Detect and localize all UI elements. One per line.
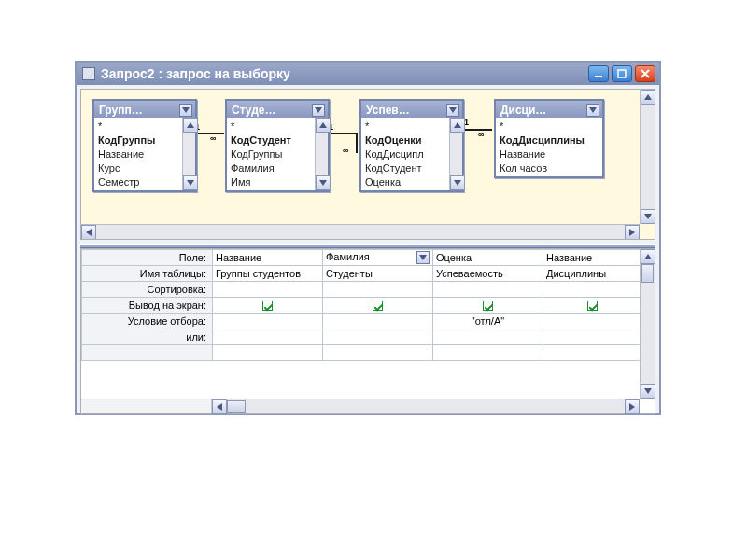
table-header[interactable]: Дисци… (496, 101, 602, 118)
field-item[interactable]: * (98, 119, 182, 133)
grid-cell[interactable] (543, 314, 641, 329)
field-item[interactable]: КодОценки (365, 133, 449, 147)
table-box[interactable]: Успев… * КодОценки КодДисципл КодСтудент… (359, 99, 464, 192)
table-scrollbar[interactable] (449, 118, 462, 190)
field-item[interactable]: КодДисциплины (500, 133, 589, 147)
table-header[interactable]: Студе… (227, 101, 328, 118)
field-item[interactable]: * (365, 119, 449, 133)
relation-many-label: ∞ (343, 146, 348, 155)
scrollbar-thumb[interactable] (227, 400, 246, 413)
row-criteria: Условие отбора: "отл/А" (82, 314, 641, 329)
field-item[interactable]: * (231, 119, 315, 133)
row-label-table: Имя таблицы: (82, 266, 213, 282)
grid-cell[interactable] (433, 345, 543, 361)
field-item[interactable]: Фамилия (231, 161, 315, 175)
table-header[interactable]: Успев… (361, 101, 462, 118)
grid-cell[interactable]: Успеваемость (433, 266, 543, 282)
field-item[interactable]: КодСтудент (231, 133, 315, 147)
table-scrollbar[interactable] (182, 118, 195, 190)
grid-cell[interactable]: Группы студентов (213, 266, 323, 282)
grid-cell[interactable] (433, 329, 543, 345)
table-box[interactable]: Дисци… * КодДисциплины Название Кол часо… (494, 99, 604, 178)
field-item[interactable]: Оценка (365, 175, 449, 189)
scroll-down-button[interactable] (641, 209, 655, 224)
field-item[interactable]: * (500, 119, 589, 133)
show-checkbox[interactable] (587, 301, 598, 311)
row-or: или: (82, 329, 641, 345)
field-item[interactable]: Имя (231, 175, 315, 189)
field-item[interactable]: Название (98, 147, 182, 161)
system-icon[interactable] (82, 67, 95, 80)
table-box[interactable]: Групп… * КодГруппы Название Курс Семестр (92, 99, 197, 192)
chevron-down-icon[interactable] (312, 104, 325, 117)
field-item[interactable]: КодГруппы (98, 133, 182, 147)
scrollbar-thumb[interactable] (641, 264, 654, 283)
qbe-grid[interactable]: Поле: Название Фамилия Оценка Название И… (81, 249, 640, 361)
grid-cell[interactable] (213, 345, 323, 361)
chevron-down-icon[interactable] (446, 104, 459, 117)
grid-cell[interactable] (543, 282, 641, 298)
close-button[interactable] (635, 65, 655, 82)
grid-cell[interactable] (323, 329, 433, 345)
grid-cell[interactable]: Название (543, 250, 641, 266)
show-checkbox[interactable] (262, 301, 273, 311)
row-sort: Сортировка: (82, 282, 641, 298)
show-checkbox[interactable] (373, 301, 383, 311)
field-item[interactable]: КодСтудент (365, 161, 449, 175)
minimize-button[interactable] (588, 65, 609, 82)
grid-cell[interactable] (323, 282, 433, 298)
relation-line (330, 133, 358, 134)
design-grid-pane[interactable]: Поле: Название Фамилия Оценка Название И… (80, 248, 655, 414)
scroll-up-button[interactable] (641, 249, 655, 264)
grid-horizontal-scrollbar[interactable] (212, 399, 640, 413)
show-checkbox[interactable] (483, 301, 493, 311)
grid-vertical-scrollbar[interactable] (640, 249, 655, 399)
svg-rect-0 (595, 76, 602, 77)
diagram-vertical-scrollbar[interactable] (640, 90, 655, 224)
chevron-down-icon[interactable] (586, 104, 599, 117)
grid-cell[interactable] (213, 298, 323, 314)
table-box[interactable]: Студе… * КодСтудент КодГруппы Фамилия Им… (225, 99, 330, 192)
field-item[interactable]: КодГруппы (231, 147, 315, 161)
grid-cell[interactable] (543, 298, 641, 314)
grid-cell[interactable]: Название (213, 250, 323, 266)
grid-cell[interactable] (543, 329, 641, 345)
grid-cell[interactable] (213, 314, 323, 329)
grid-cell[interactable] (323, 298, 433, 314)
grid-cell[interactable] (543, 345, 641, 361)
diagram-horizontal-scrollbar[interactable] (81, 224, 640, 239)
grid-cell[interactable]: Фамилия (323, 250, 433, 266)
grid-cell[interactable] (433, 282, 543, 298)
table-diagram-pane[interactable]: 1 ∞ 1 ∞ 1 ∞ Групп… * КодГруппы Название … (80, 89, 655, 240)
dropdown-icon[interactable] (416, 251, 430, 264)
scroll-up-button[interactable] (641, 90, 655, 105)
field-item[interactable]: Название (500, 147, 589, 161)
grid-cell[interactable] (213, 282, 323, 298)
row-label-field: Поле: (82, 250, 213, 266)
row-field: Поле: Название Фамилия Оценка Название (82, 250, 641, 266)
grid-cell[interactable] (213, 329, 323, 345)
field-item[interactable]: Кол часов (500, 161, 589, 175)
grid-cell[interactable]: Студенты (323, 266, 433, 282)
titlebar[interactable]: Запрос2 : запрос на выборку (77, 63, 659, 85)
field-item[interactable]: Курс (98, 161, 182, 175)
grid-cell[interactable] (323, 345, 433, 361)
grid-cell[interactable] (323, 314, 433, 329)
grid-cell[interactable]: Оценка (433, 250, 543, 266)
scroll-left-button[interactable] (81, 225, 96, 240)
grid-cell[interactable] (433, 298, 543, 314)
field-item[interactable]: КодДисципл (365, 147, 449, 161)
scroll-right-button[interactable] (625, 225, 640, 240)
field-item[interactable]: Семестр (98, 175, 182, 189)
table-scrollbar[interactable] (315, 118, 328, 190)
scroll-down-button[interactable] (641, 384, 655, 399)
table-header[interactable]: Групп… (94, 101, 195, 118)
row-blank (82, 345, 641, 361)
grid-cell[interactable]: "отл/А" (433, 314, 543, 329)
maximize-button[interactable] (612, 65, 632, 82)
grid-cell[interactable]: Дисциплины (543, 266, 641, 282)
scroll-left-button[interactable] (212, 399, 227, 414)
chevron-down-icon[interactable] (179, 104, 192, 117)
grid-corner (81, 399, 212, 413)
scroll-right-button[interactable] (625, 399, 640, 414)
